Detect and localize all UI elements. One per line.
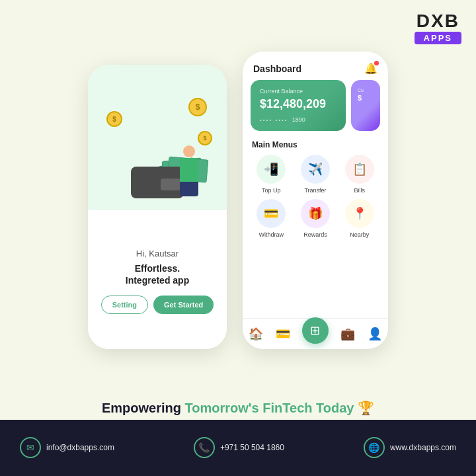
transfer-icon: ✈️ [308,162,323,177]
menu-item-transfer[interactable]: ✈️ Transfer [296,155,335,194]
logo-area: DXB APPS [415,12,461,44]
second-card-label: Cu [358,88,374,93]
tagline-highlight: Tomorrow's FinTech Today [185,401,354,415]
logo-apps-badge: APPS [415,32,461,44]
dashboard-title: Dashboard [253,63,301,74]
bills-icon-wrap: 📋 [345,155,374,184]
tagline-prefix: Empowering [102,401,185,415]
phone-left-bottom: Hi, Kautsar Effortless. Integreted app S… [88,210,227,349]
card-number-end: 1890 [292,116,305,123]
second-card-amount: $ [358,94,374,102]
balance-card: Current Balance $12,480,209 •••• •••• 18… [251,80,346,131]
setting-button[interactable]: Setting [101,296,148,314]
phone-left: $ $ $ [88,65,227,349]
person-illustration [177,145,202,198]
phone-icon-glyph: 📞 [198,442,210,453]
bell-icon[interactable]: 🔔 [364,62,377,75]
transfer-icon-wrap: ✈️ [301,155,330,184]
menu-item-withdraw[interactable]: 💳 Withdraw [252,199,291,238]
withdraw-icon-wrap: 💳 [257,199,286,228]
person-head [183,145,195,157]
home-nav-icon[interactable]: 🏠 [249,327,263,341]
logo-dxb-text: DXB [416,11,459,31]
menu-grid: 📲 Top Up ✈️ Transfer 📋 Bills [243,155,388,245]
main-area: DXB APPS $ $ $ [0,0,476,395]
main-tagline: Empowering Tomorrow's FinTech Today 🏆 [0,400,476,416]
phone-text: +971 50 504 1860 [220,443,284,452]
greeting-text: Hi, Kautsar [136,249,178,258]
nearby-icon-wrap: 📍 [345,199,374,228]
menu-item-topup[interactable]: 📲 Top Up [252,155,291,194]
person-nav-icon[interactable]: 👤 [368,327,382,341]
main-menus-title: Main Menus [243,138,388,155]
phone-contact: 📞 +971 50 504 1860 [194,437,284,458]
rewards-icon: 🎁 [308,206,323,221]
rewards-label: Rewards [303,231,327,238]
person-legs [180,182,198,196]
email-text: info@dxbapps.com [46,443,114,452]
tagline-line2: Integreted app [126,275,189,286]
menu-item-bills[interactable]: 📋 Bills [340,155,379,194]
withdraw-icon: 💳 [264,206,278,221]
center-nav-button[interactable]: ⊞ [302,317,329,344]
website-text: www.dxbapps.com [390,443,456,452]
bills-icon: 📋 [352,162,367,177]
page-wrapper: DXB APPS $ $ $ [0,0,476,476]
card-nav-icon[interactable]: 💳 [276,327,290,341]
rewards-icon-wrap: 🎁 [301,199,330,228]
balance-label: Current Balance [260,88,337,95]
phone-left-illustration-area: $ $ $ [88,65,227,210]
topup-icon: 📲 [264,162,278,177]
phone-right-header: Dashboard 🔔 [243,52,388,80]
phone-icon: 📞 [194,437,215,458]
center-nav-icon: ⊞ [310,323,320,338]
web-icon: 🌐 [364,437,385,458]
bottom-nav: 🏠 💳 ⊞ 💼 👤 [243,318,388,349]
button-row: Setting Get Started [101,296,214,314]
phone-right: Dashboard 🔔 Current Balance $12,480,209 … [243,52,388,349]
person-torso [180,158,198,182]
nearby-icon: 📍 [352,206,367,221]
second-card: Cu $ [351,80,380,131]
bottom-bar: ✉ info@dxbapps.com 📞 +971 50 504 1860 🌐 … [0,420,476,476]
trophy-icon: 🏆 [358,401,374,415]
transfer-label: Transfer [304,187,326,194]
menu-item-rewards[interactable]: 🎁 Rewards [296,199,335,238]
website-contact: 🌐 www.dxbapps.com [364,437,456,458]
topup-icon-wrap: 📲 [257,155,286,184]
coin-1: $ [188,98,207,116]
email-icon: ✉ [20,437,41,458]
tagline-text: Effortless. Integreted app [126,262,189,286]
topup-label: Top Up [262,187,281,194]
email-icon-glyph: ✉ [26,442,34,453]
tagline-line1: Effortless. [135,263,180,274]
get-started-button[interactable]: Get Started [153,296,214,314]
menu-item-nearby[interactable]: 📍 Nearby [340,199,379,238]
nearby-label: Nearby [350,231,369,238]
web-icon-glyph: 🌐 [368,442,379,453]
card-dots: •••• •••• [260,117,288,123]
withdraw-label: Withdraw [259,231,284,238]
email-contact: ✉ info@dxbapps.com [20,437,114,458]
bell-notification-dot [374,61,379,65]
bills-label: Bills [354,187,365,194]
cards-row: Current Balance $12,480,209 •••• •••• 18… [243,80,388,138]
balance-amount: $12,480,209 [260,97,337,111]
briefcase-nav-icon[interactable]: 💼 [340,327,355,341]
logo-dxb: DXB [416,12,459,30]
coin-2: $ [106,111,122,127]
tagline-section: Empowering Tomorrow's FinTech Today 🏆 [0,395,476,420]
coin-3: $ [198,131,212,145]
illustration: $ $ $ [88,78,227,210]
